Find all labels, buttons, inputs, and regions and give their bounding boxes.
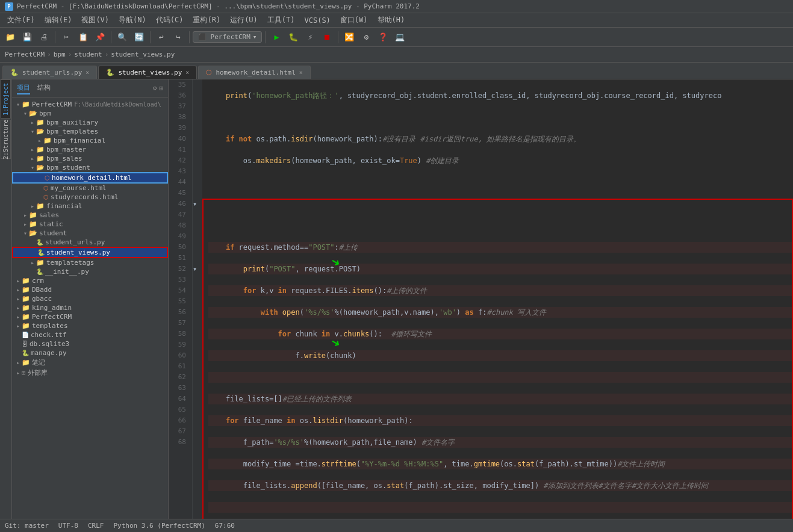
tree-item-student-views[interactable]: 🐍 student_views.py (12, 247, 168, 258)
tab-student-urls[interactable]: 🐍 student_urls.py × (2, 66, 97, 79)
tree-item-templates[interactable]: ▸ 📁 templates (12, 321, 168, 330)
tree-item-student[interactable]: ▾ 📂 student (12, 229, 168, 238)
tree-item-king-admin[interactable]: ▸ 📁 king_admin (12, 303, 168, 312)
tree-item-sales[interactable]: ▸ 📁 sales (12, 211, 168, 220)
ln-57: 57 (169, 318, 188, 329)
tree-item-studyrecords[interactable]: ⬡ studyrecords.html (12, 193, 168, 202)
close-icon3[interactable]: × (299, 69, 303, 76)
print-btn[interactable]: 🖨 (36, 29, 52, 45)
code-line-43: print("POST", request.POST) (208, 264, 793, 274)
tree-label: bpm_student (46, 164, 90, 172)
tree-item-perfectcrm2[interactable]: ▸ 📁 PerfectCRM (12, 312, 168, 321)
tree-item-bpm-templates[interactable]: ▾ 📂 bpm_templates (12, 127, 168, 136)
close-icon2[interactable]: × (185, 69, 189, 76)
gutter: ▾ ▾ (193, 79, 202, 532)
breadcrumb-student[interactable]: student (74, 51, 102, 58)
tree-item-bpm-auxiliary[interactable]: ▸ 📁 bpm_auxiliary (12, 118, 168, 127)
tree-item-external-libs[interactable]: ▸ ⊞ 外部库 (12, 368, 168, 378)
debug-btn[interactable]: 🐛 (285, 29, 301, 45)
tree-item-templatetags[interactable]: ▸ 📁 templatetags (12, 258, 168, 267)
gutter-line-52: ▾ (193, 264, 202, 274)
title-bar: P PerfectCRM - [F:\BaiduNetdiskDownload\… (0, 0, 793, 13)
project-tab[interactable]: 1:Project (1, 79, 11, 119)
help-icon-btn[interactable]: ❓ (375, 29, 391, 45)
tree-item-bpm-student[interactable]: ▾ 📂 bpm_student (12, 163, 168, 172)
open-folder-btn[interactable]: 📁 (2, 29, 18, 45)
tree-item-crm[interactable]: ▸ 📁 crm (12, 276, 168, 285)
structure-tab-item[interactable]: 结构 (37, 82, 51, 94)
py-icon2: 🐍 (106, 69, 114, 76)
undo-btn[interactable]: ↩ (154, 29, 169, 45)
tree-item-bpm[interactable]: ▾ 📂 bpm (12, 109, 168, 118)
menu-file[interactable]: 文件(F) (2, 14, 40, 26)
expand-action[interactable]: ⊞ (159, 84, 163, 92)
breadcrumb-file[interactable]: student_views.py (111, 51, 175, 58)
menu-vcs[interactable]: VCS(S) (300, 15, 335, 26)
run-btn[interactable]: ▶ (269, 29, 284, 45)
copy-btn[interactable]: 📋 (75, 29, 91, 45)
close-icon[interactable]: × (86, 69, 89, 76)
menu-help[interactable]: 帮助(H) (373, 14, 410, 26)
sep-icon3: › (105, 51, 109, 58)
replace-btn[interactable]: 🔄 (131, 29, 147, 45)
sep4 (189, 31, 190, 43)
settings-btn[interactable]: ⚙ (358, 29, 374, 45)
ln-44: 44 (169, 177, 188, 188)
menu-navigate[interactable]: 导航(N) (114, 14, 151, 26)
menu-edit[interactable]: 编辑(E) (40, 14, 77, 26)
vcs-btn[interactable]: 🔀 (341, 29, 357, 45)
tree-item-bpm-financial[interactable]: ▸ 📁 bpm_financial (12, 136, 168, 145)
tree-item-student-urls[interactable]: 🐍 student_urls.py (12, 238, 168, 247)
tab-homework-detail[interactable]: ⬡ homework_detail.html × (198, 66, 310, 79)
settings-action[interactable]: ⚙ (153, 84, 157, 92)
cut-btn[interactable]: ✂ (58, 29, 74, 45)
menu-refactor[interactable]: 重构(R) (188, 14, 225, 26)
ln-40: 40 (169, 134, 188, 144)
terminal-btn[interactable]: 💻 (392, 29, 408, 45)
gutter-line-55 (193, 296, 202, 307)
breadcrumb-bpm[interactable]: bpm (54, 51, 66, 58)
gutter-line-46: ▾ (193, 199, 202, 209)
search-btn[interactable]: 🔍 (114, 29, 130, 45)
project-panel-header: 项目 结构 ⚙ ⊞ (12, 79, 168, 97)
menu-view[interactable]: 视图(V) (76, 14, 114, 26)
paste-btn[interactable]: 📌 (92, 29, 108, 45)
tree-item-dbadd[interactable]: ▸ 📁 DBadd (12, 285, 168, 294)
tree-item-manage[interactable]: 🐍 manage.py (12, 348, 168, 357)
breadcrumb-perfectcrm[interactable]: PerfectCRM (5, 51, 45, 58)
code-content[interactable]: print('homework_path路径：', studyrecord_ob… (202, 79, 793, 532)
menu-code[interactable]: 代码(C) (151, 14, 188, 26)
tree-label: studyrecords.html (51, 193, 119, 201)
redo-btn[interactable]: ↪ (170, 29, 186, 45)
tree-item-static[interactable]: ▸ 📁 static (12, 220, 168, 229)
save-btn[interactable]: 💾 (19, 29, 35, 45)
menu-window[interactable]: 窗口(W) (335, 14, 373, 26)
project-dropdown[interactable]: ⬛ PerfectCRM ▾ (193, 31, 262, 43)
tree-item-homework-detail[interactable]: ⬡ homework_detail.html (12, 172, 168, 184)
run-config-btn[interactable]: ⚡ (302, 29, 318, 45)
tree-item-my-course[interactable]: ⬡ my_course.html (12, 184, 168, 193)
tree-item-bpm-master[interactable]: ▸ 📁 bpm_master (12, 145, 168, 154)
tree-item-financial[interactable]: ▸ 📁 financial (12, 202, 168, 211)
tree-item-gbacc[interactable]: ▸ 📁 gbacc (12, 294, 168, 303)
tree-item-bpm-sales[interactable]: ▸ 📁 bpm_sales (12, 154, 168, 163)
menu-run[interactable]: 运行(U) (225, 14, 263, 26)
tree-item-notes[interactable]: ▸ 📁 笔记 (12, 357, 168, 368)
menu-tools[interactable]: 工具(T) (263, 14, 300, 26)
expand-icon: ▸ (14, 314, 22, 320)
structure-tab[interactable]: 2:Structure (1, 120, 11, 159)
stop-btn[interactable]: ⏹ (319, 29, 335, 45)
code-editor[interactable]: 35 36 37 38 39 40 41 42 43 44 45 46 47 4… (169, 79, 793, 532)
db-icon: 🗄 (22, 341, 28, 347)
project-tab-item[interactable]: 项目 (17, 82, 30, 94)
ln-58: 58 (169, 329, 188, 339)
tab-student-views[interactable]: 🐍 student_views.py × (98, 66, 197, 79)
tree-item-sqlite[interactable]: 🗄 db.sqlite3 (12, 339, 168, 348)
tree-item-checkttf[interactable]: 📄 check.ttf (12, 330, 168, 339)
ln-63: 63 (169, 383, 188, 394)
project-dropdown-label: ⬛ PerfectCRM (198, 33, 250, 41)
tree-item-perfectcrm[interactable]: ▾ 📁 PerfectCRM F:\BaiduNetdiskDownload\ (12, 100, 168, 109)
code-line-42: if request.method=="POST":#上传 (208, 242, 793, 253)
ln-68: 68 (169, 437, 188, 448)
tree-item-init[interactable]: 🐍 __init__.py (12, 267, 168, 276)
